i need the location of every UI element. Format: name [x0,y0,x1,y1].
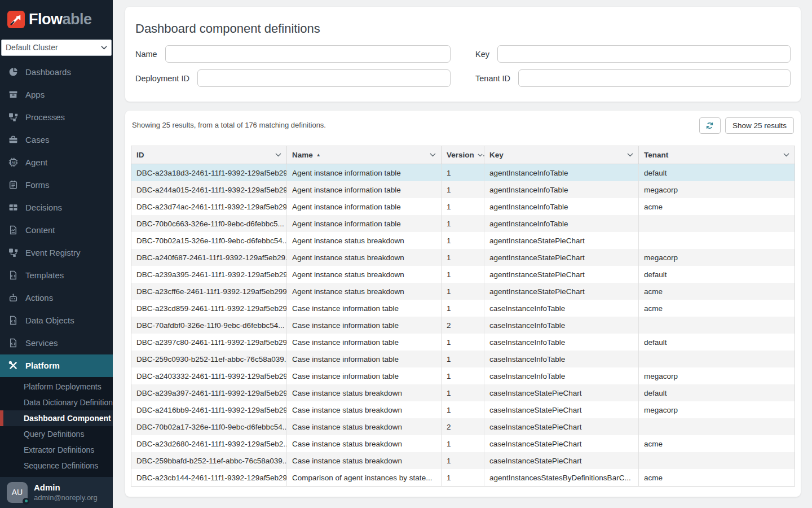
table-row[interactable]: DBC-a23cb144-2461-11f1-9392-129af5eb29..… [131,469,795,486]
user-name: Admin [34,482,98,493]
sidebar-item-templates[interactable]: Templates [0,264,113,287]
cell-key: agentInstanceInfoTable [484,181,639,198]
submenu-item-extractor-definitions[interactable]: Extractor Definitions [0,442,113,458]
column-header-id[interactable]: ID [131,146,287,164]
cell-tenant: acme [639,198,795,215]
sidebar-item-actions[interactable]: Actions [0,287,113,309]
table-row[interactable]: DBC-a23d2680-2461-11f1-9392-129af5eb2...… [131,435,795,452]
cell-name: Agent instance status breakdown [287,283,442,300]
name-filter-label: Name [135,50,157,59]
show-results-button[interactable]: Show 25 results [725,117,794,134]
sidebar-item-label: Data Objects [25,316,74,325]
cell-version: 1 [442,401,484,418]
cell-key: caseInstanceStatePieChart [484,452,639,469]
tenant-id-filter-input[interactable] [518,69,791,87]
table-row[interactable]: DBC-70b02a15-326e-11f0-9ebc-d6febbc54...… [131,232,795,249]
sidebar-item-label: Agent [25,157,47,167]
sidebar-item-label: Content [25,225,55,235]
cell-version: 1 [442,198,484,215]
sidebar-item-label: Event Registry [25,248,81,257]
table-row[interactable]: DBC-a244a015-2461-11f1-9392-129af5eb29..… [131,181,795,198]
chevron-down-icon[interactable] [430,153,436,157]
cell-version: 1 [442,435,484,452]
sidebar-item-content[interactable]: Content [0,219,113,242]
chevron-down-icon[interactable] [275,153,281,157]
box-icon [8,90,18,99]
table-row[interactable]: DBC-a23a18d3-2461-11f1-9392-129af5eb29..… [131,164,795,181]
sort-menu-icon[interactable] [478,154,484,157]
column-header-tenant[interactable]: Tenant [639,146,795,164]
table-row[interactable]: DBC-a2397c80-2461-11f1-9392-129af5eb29..… [131,334,795,351]
submenu-item-query-definitions[interactable]: Query Definitions [0,426,113,442]
sidebar-item-agent[interactable]: AI Agent [0,151,113,174]
cell-key: agentInstanceStatePieChart [484,283,639,300]
refresh-button[interactable] [699,117,721,134]
column-header-key[interactable]: Key [484,146,639,164]
cell-name: Case instance information table [287,351,442,367]
sidebar-item-data-objects[interactable]: Data Objects [0,309,113,332]
cluster-select[interactable]: Default Cluster [1,40,112,56]
table-row[interactable]: DBC-a240f687-2461-11f1-9392-129af5eb29..… [131,249,795,266]
deployment-id-filter-label: Deployment ID [135,74,189,83]
table-row[interactable]: DBC-a23cd859-2461-11f1-9392-129af5eb29..… [131,300,795,317]
table-row[interactable]: DBC-a239a397-2461-11f1-9392-129af5eb29..… [131,384,795,401]
cell-tenant: acme [639,283,795,300]
table-row[interactable]: DBC-259bbafd-b252-11ef-abbc-76c58a039...… [131,452,795,469]
sidebar-item-apps[interactable]: Apps [0,84,113,106]
table-row[interactable]: DBC-70afdbf0-326e-11f0-9ebc-d6febbc54...… [131,317,795,334]
cell-key: agentInstanceStatePieChart [484,266,639,283]
cell-version: 1 [442,367,484,384]
table-row[interactable]: DBC-259c0930-b252-11ef-abbc-76c58a039...… [131,351,795,367]
sidebar-item-platform[interactable]: Platform [0,354,113,377]
deployment-id-filter-input[interactable] [197,69,451,87]
submenu-item-dashboard-component-definitions[interactable]: Dashboard Component Definitions [0,410,113,426]
code-document-icon [8,316,18,325]
key-filter-label: Key [475,50,489,59]
cell-tenant [639,232,795,249]
cell-id: DBC-a240f687-2461-11f1-9392-129af5eb29..… [131,249,287,266]
cell-name: Case instance information table [287,367,442,384]
sidebar-item-label: Templates [25,270,64,280]
sidebar-item-label: Processes [25,112,65,122]
table-row[interactable]: DBC-a23cff6e-2461-11f1-9392-129af5eb299c… [131,283,795,300]
table-row[interactable]: DBC-a2403332-2461-11f1-9392-129af5eb29..… [131,367,795,384]
column-header-name[interactable]: Name ▲ [287,146,442,164]
table-row[interactable]: DBC-70b02a17-326e-11f0-9ebc-d6febbc54...… [131,418,795,435]
cell-name: Case instance status breakdown [287,384,442,401]
cell-id: DBC-70afdbf0-326e-11f0-9ebc-d6febbc54... [131,317,287,334]
filters-card: Dashboard component definitions Name Key… [125,7,801,102]
sidebar-item-forms[interactable]: Forms [0,174,113,196]
table-header: ID Name ▲ Version [131,146,795,164]
table-row[interactable]: DBC-70b0c663-326e-11f0-9ebc-d6febbc5... … [131,215,795,232]
cell-tenant: acme [639,435,795,452]
cell-id: DBC-259bbafd-b252-11ef-abbc-76c58a039... [131,452,287,469]
sidebar-item-services[interactable]: Services [0,332,113,354]
table-row[interactable]: DBC-a239a395-2461-11f1-9392-129af5eb29..… [131,266,795,283]
hierarchy-icon [8,248,18,257]
sidebar-item-dashboards[interactable]: Dashboards [0,61,113,84]
submenu-item-platform-deployments[interactable]: Platform Deployments [0,379,113,395]
submenu-item-sequence-definitions[interactable]: Sequence Definitions [0,458,113,474]
column-header-version[interactable]: Version [442,146,484,164]
key-filter-input[interactable] [497,45,791,63]
submenu-item-data-dictionary-definitions[interactable]: Data Dictionary Definitions [0,395,113,410]
briefcase-icon [8,135,18,144]
cell-tenant: default [639,334,795,351]
sidebar-item-decisions[interactable]: Decisions [0,196,113,219]
table-row[interactable]: DBC-a2416bb9-2461-11f1-9392-129af5eb29..… [131,401,795,418]
sidebar-item-cases[interactable]: Cases [0,129,113,151]
name-filter-input[interactable] [165,45,451,63]
cell-key: agentInstanceInfoTable [484,198,639,215]
cell-version: 2 [442,317,484,334]
table-row[interactable]: DBC-a23d74ac-2461-11f1-9392-129af5eb29..… [131,198,795,215]
grid-table-icon [8,203,18,212]
cell-version: 1 [442,164,484,181]
sidebar-item-processes[interactable]: Processes [0,106,113,129]
sidebar-item-event-registry[interactable]: Event Registry [0,242,113,264]
chevron-down-icon[interactable] [627,153,633,157]
cell-version: 1 [442,283,484,300]
sidebar-item-label: Actions [25,293,53,303]
user-menu[interactable]: AU Admin admin@noreply.org [0,477,113,508]
chevron-down-icon[interactable] [783,153,789,157]
cell-id: DBC-70b0c663-326e-11f0-9ebc-d6febbc5... [131,215,287,232]
